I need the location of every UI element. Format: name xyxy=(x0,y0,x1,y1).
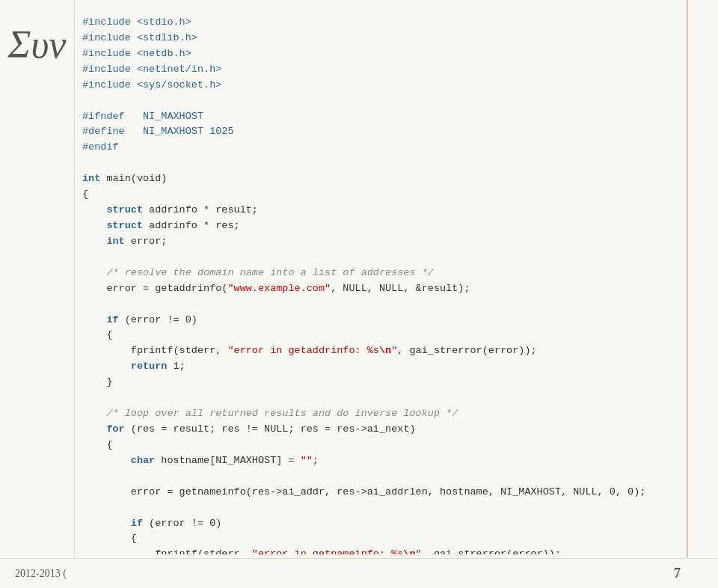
return-1: return 1; xyxy=(82,361,185,372)
year-label: 2012-2013 ( xyxy=(15,568,67,580)
include-stdlib: #include <stdlib.h> xyxy=(82,32,197,43)
logo: Συν xyxy=(8,22,67,67)
right-border xyxy=(687,0,688,588)
open-brace-if1: { xyxy=(82,329,113,340)
if-error-1: if (error != 0) xyxy=(82,314,197,325)
ifndef-line: #ifndef NI_MAXHOST xyxy=(82,111,203,122)
main-sig: main(void) xyxy=(100,173,167,184)
page: Συν #include <stdio.h> #include <stdlib.… xyxy=(0,0,718,588)
getnameinfo-call: error = getnameinfo(res->ai_addr, res->a… xyxy=(82,486,645,497)
include-stdio: #include <stdio.h> xyxy=(82,16,191,28)
for-loop: for (res = result; res != NULL; res = re… xyxy=(82,423,416,435)
open-brace-main: { xyxy=(82,189,88,200)
code-block: #include <stdio.h> #include <stdlib.h> #… xyxy=(82,15,677,554)
open-brace-for: { xyxy=(82,439,113,450)
page-number: 7 xyxy=(674,566,681,581)
int-error: int error; xyxy=(82,236,167,247)
fprintf-error2: fprintf(stderr, "error in getnameinfo: %… xyxy=(82,548,561,554)
include-netdb: #include <netdb.h> xyxy=(82,48,191,59)
include-socket: #include <sys/socket.h> xyxy=(82,79,221,91)
fprintf-error1: fprintf(stderr, "error in getaddrinfo: %… xyxy=(82,345,537,356)
kw-int: int xyxy=(82,173,100,184)
char-hostname: char hostname[NI_MAXHOST] = ""; xyxy=(82,455,319,466)
bottom-bar: 2012-2013 ( 7 xyxy=(0,558,718,588)
code-area: #include <stdio.h> #include <stdlib.h> #… xyxy=(82,7,677,554)
comment-resolve: /* resolve the domain name into a list o… xyxy=(82,267,434,278)
close-brace-if1: } xyxy=(82,376,113,388)
left-sidebar: Συν xyxy=(0,0,75,588)
struct-result: struct addrinfo * result; xyxy=(82,204,258,215)
define-line: #define NI_MAXHOST 1025 xyxy=(82,126,234,137)
if-error-2: if (error != 0) xyxy=(82,518,221,529)
endif-line: #endif xyxy=(82,141,119,153)
struct-res: struct addrinfo * res; xyxy=(82,220,240,231)
getaddrinfo-call: error = getaddrinfo("www.example.com", N… xyxy=(82,283,470,294)
include-netinet: #include <netinet/in.h> xyxy=(82,64,221,75)
open-brace-if2: { xyxy=(82,533,137,544)
comment-loop: /* loop over all returned results and do… xyxy=(82,408,458,419)
